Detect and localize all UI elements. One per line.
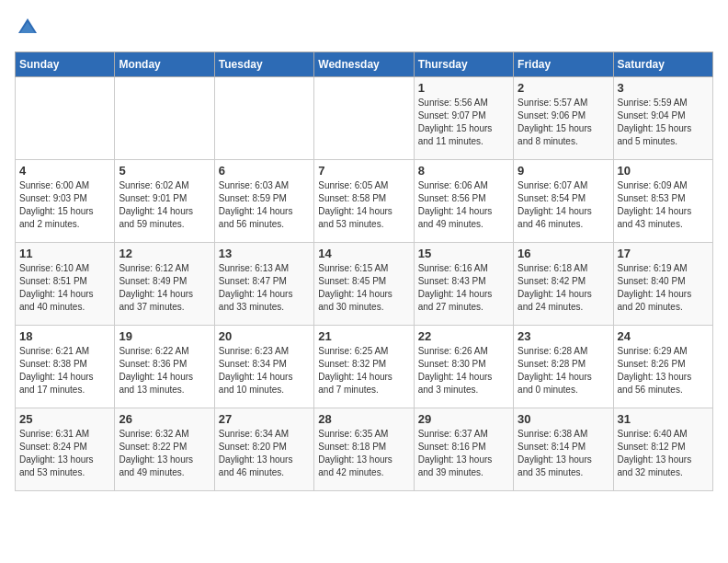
day-number: 15 xyxy=(418,247,509,260)
day-number: 4 xyxy=(19,164,110,178)
day-number: 8 xyxy=(418,164,509,178)
day-number: 25 xyxy=(19,412,110,426)
day-number: 10 xyxy=(618,164,709,178)
calendar-cell: 16Sunrise: 6:18 AM Sunset: 8:42 PM Dayli… xyxy=(514,243,613,326)
calendar-cell: 22Sunrise: 6:26 AM Sunset: 8:30 PM Dayli… xyxy=(414,326,513,408)
header-wednesday: Wednesday xyxy=(314,52,414,77)
day-info: Sunrise: 6:12 AM Sunset: 8:49 PM Dayligh… xyxy=(119,262,210,314)
calendar-cell: 23Sunrise: 6:28 AM Sunset: 8:28 PM Dayli… xyxy=(514,326,613,408)
day-number: 28 xyxy=(318,412,409,426)
header-friday: Friday xyxy=(514,52,613,77)
day-info: Sunrise: 6:15 AM Sunset: 8:45 PM Dayligh… xyxy=(318,262,409,314)
calendar-cell: 21Sunrise: 6:25 AM Sunset: 8:32 PM Dayli… xyxy=(314,326,414,408)
calendar-cell: 25Sunrise: 6:31 AM Sunset: 8:24 PM Dayli… xyxy=(16,408,115,491)
calendar-header-row: SundayMondayTuesdayWednesdayThursdayFrid… xyxy=(16,52,713,77)
logo xyxy=(15,15,44,40)
calendar-week-4: 18Sunrise: 6:21 AM Sunset: 8:38 PM Dayli… xyxy=(16,326,713,408)
calendar-cell: 31Sunrise: 6:40 AM Sunset: 8:12 PM Dayli… xyxy=(613,408,712,491)
calendar-cell: 19Sunrise: 6:22 AM Sunset: 8:36 PM Dayli… xyxy=(115,326,214,408)
day-number: 14 xyxy=(318,247,409,260)
day-number: 13 xyxy=(219,247,310,260)
calendar-cell: 11Sunrise: 6:10 AM Sunset: 8:51 PM Dayli… xyxy=(16,243,115,326)
calendar-cell: 1Sunrise: 5:56 AM Sunset: 9:07 PM Daylig… xyxy=(414,77,513,160)
day-info: Sunrise: 6:07 AM Sunset: 8:54 PM Dayligh… xyxy=(518,179,609,231)
calendar-cell: 4Sunrise: 6:00 AM Sunset: 9:03 PM Daylig… xyxy=(16,160,115,243)
day-number: 2 xyxy=(518,81,609,95)
day-info: Sunrise: 6:34 AM Sunset: 8:20 PM Dayligh… xyxy=(219,428,310,479)
day-info: Sunrise: 6:13 AM Sunset: 8:47 PM Dayligh… xyxy=(219,262,310,314)
calendar-cell xyxy=(115,77,214,160)
header-sunday: Sunday xyxy=(16,52,115,77)
calendar-cell: 30Sunrise: 6:38 AM Sunset: 8:14 PM Dayli… xyxy=(514,408,613,491)
day-info: Sunrise: 6:00 AM Sunset: 9:03 PM Dayligh… xyxy=(19,179,110,231)
day-info: Sunrise: 6:37 AM Sunset: 8:16 PM Dayligh… xyxy=(418,428,509,479)
day-info: Sunrise: 6:25 AM Sunset: 8:32 PM Dayligh… xyxy=(318,345,409,396)
calendar-cell xyxy=(214,77,313,160)
day-info: Sunrise: 6:22 AM Sunset: 8:36 PM Dayligh… xyxy=(119,345,210,396)
day-info: Sunrise: 6:02 AM Sunset: 9:01 PM Dayligh… xyxy=(119,179,210,231)
calendar-cell xyxy=(16,77,115,160)
day-info: Sunrise: 6:23 AM Sunset: 8:34 PM Dayligh… xyxy=(219,345,310,396)
day-number: 5 xyxy=(119,164,210,178)
day-info: Sunrise: 6:09 AM Sunset: 8:53 PM Dayligh… xyxy=(618,179,709,231)
day-info: Sunrise: 6:40 AM Sunset: 8:12 PM Dayligh… xyxy=(618,428,709,479)
calendar-cell: 13Sunrise: 6:13 AM Sunset: 8:47 PM Dayli… xyxy=(214,243,313,326)
day-info: Sunrise: 6:35 AM Sunset: 8:18 PM Dayligh… xyxy=(318,428,409,479)
calendar-cell xyxy=(314,77,414,160)
day-number: 6 xyxy=(219,164,310,178)
day-info: Sunrise: 5:59 AM Sunset: 9:04 PM Dayligh… xyxy=(618,97,709,148)
header-saturday: Saturday xyxy=(613,52,712,77)
day-number: 18 xyxy=(19,329,110,343)
calendar-cell: 2Sunrise: 5:57 AM Sunset: 9:06 PM Daylig… xyxy=(514,77,613,160)
day-info: Sunrise: 6:19 AM Sunset: 8:40 PM Dayligh… xyxy=(618,262,709,314)
day-number: 1 xyxy=(418,81,509,95)
calendar-cell: 20Sunrise: 6:23 AM Sunset: 8:34 PM Dayli… xyxy=(214,326,313,408)
day-number: 7 xyxy=(318,164,409,178)
day-number: 11 xyxy=(19,247,110,260)
calendar-cell: 14Sunrise: 6:15 AM Sunset: 8:45 PM Dayli… xyxy=(314,243,414,326)
calendar-cell: 26Sunrise: 6:32 AM Sunset: 8:22 PM Dayli… xyxy=(115,408,214,491)
day-info: Sunrise: 6:28 AM Sunset: 8:28 PM Dayligh… xyxy=(518,345,609,396)
calendar-week-2: 4Sunrise: 6:00 AM Sunset: 9:03 PM Daylig… xyxy=(16,160,713,243)
day-info: Sunrise: 6:03 AM Sunset: 8:59 PM Dayligh… xyxy=(219,179,310,231)
calendar-cell: 5Sunrise: 6:02 AM Sunset: 9:01 PM Daylig… xyxy=(115,160,214,243)
day-number: 24 xyxy=(618,329,709,343)
calendar-cell: 15Sunrise: 6:16 AM Sunset: 8:43 PM Dayli… xyxy=(414,243,513,326)
logo-icon xyxy=(15,15,40,40)
day-info: Sunrise: 6:10 AM Sunset: 8:51 PM Dayligh… xyxy=(19,262,110,314)
header-tuesday: Tuesday xyxy=(214,52,313,77)
day-info: Sunrise: 6:26 AM Sunset: 8:30 PM Dayligh… xyxy=(418,345,509,396)
day-number: 23 xyxy=(518,329,609,343)
day-info: Sunrise: 6:06 AM Sunset: 8:56 PM Dayligh… xyxy=(418,179,509,231)
day-info: Sunrise: 5:57 AM Sunset: 9:06 PM Dayligh… xyxy=(518,97,609,148)
day-number: 16 xyxy=(518,247,609,260)
day-number: 30 xyxy=(518,412,609,426)
day-info: Sunrise: 6:16 AM Sunset: 8:43 PM Dayligh… xyxy=(418,262,509,314)
calendar-cell: 6Sunrise: 6:03 AM Sunset: 8:59 PM Daylig… xyxy=(214,160,313,243)
calendar-week-3: 11Sunrise: 6:10 AM Sunset: 8:51 PM Dayli… xyxy=(16,243,713,326)
calendar-week-5: 25Sunrise: 6:31 AM Sunset: 8:24 PM Dayli… xyxy=(16,408,713,491)
day-number: 31 xyxy=(618,412,709,426)
calendar-cell: 24Sunrise: 6:29 AM Sunset: 8:26 PM Dayli… xyxy=(613,326,712,408)
page-header xyxy=(15,15,713,40)
day-number: 19 xyxy=(119,329,210,343)
day-number: 12 xyxy=(119,247,210,260)
day-number: 21 xyxy=(318,329,409,343)
day-info: Sunrise: 6:31 AM Sunset: 8:24 PM Dayligh… xyxy=(19,428,110,479)
day-info: Sunrise: 5:56 AM Sunset: 9:07 PM Dayligh… xyxy=(418,97,509,148)
calendar-cell: 27Sunrise: 6:34 AM Sunset: 8:20 PM Dayli… xyxy=(214,408,313,491)
calendar-week-1: 1Sunrise: 5:56 AM Sunset: 9:07 PM Daylig… xyxy=(16,77,713,160)
calendar-cell: 9Sunrise: 6:07 AM Sunset: 8:54 PM Daylig… xyxy=(514,160,613,243)
calendar-cell: 10Sunrise: 6:09 AM Sunset: 8:53 PM Dayli… xyxy=(613,160,712,243)
day-info: Sunrise: 6:29 AM Sunset: 8:26 PM Dayligh… xyxy=(618,345,709,396)
day-number: 22 xyxy=(418,329,509,343)
calendar-cell: 7Sunrise: 6:05 AM Sunset: 8:58 PM Daylig… xyxy=(314,160,414,243)
day-number: 26 xyxy=(119,412,210,426)
day-number: 27 xyxy=(219,412,310,426)
calendar-cell: 18Sunrise: 6:21 AM Sunset: 8:38 PM Dayli… xyxy=(16,326,115,408)
header-thursday: Thursday xyxy=(414,52,513,77)
calendar-cell: 8Sunrise: 6:06 AM Sunset: 8:56 PM Daylig… xyxy=(414,160,513,243)
day-info: Sunrise: 6:18 AM Sunset: 8:42 PM Dayligh… xyxy=(518,262,609,314)
calendar-cell: 29Sunrise: 6:37 AM Sunset: 8:16 PM Dayli… xyxy=(414,408,513,491)
day-number: 20 xyxy=(219,329,310,343)
